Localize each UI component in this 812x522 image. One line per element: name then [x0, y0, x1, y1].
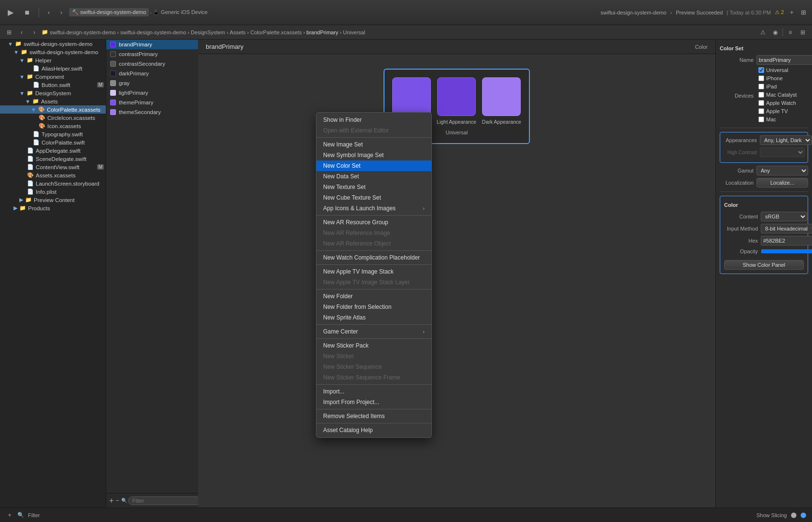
tree-item-colorpalette[interactable]: ▼ 🎨 ColorPalette.xcassets	[0, 105, 106, 114]
menu-remove-selected[interactable]: Remove Selected Items	[316, 411, 431, 421]
menu-game-center[interactable]: Game Center ›	[316, 326, 431, 337]
add-asset-button[interactable]: +	[109, 495, 114, 506]
menu-sep-1	[316, 137, 431, 138]
tree-item-root[interactable]: ▼ 📁 swiftui-design-system-demo	[0, 40, 106, 48]
stop-button[interactable]: ■	[20, 6, 34, 19]
add-tab-button[interactable]: +	[787, 8, 797, 17]
asset-themeprimary[interactable]: themePrimary	[106, 98, 198, 107]
menu-new-sticker-pack[interactable]: New Sticker Pack	[316, 340, 431, 351]
asset-lightprimary[interactable]: lightPrimary	[106, 88, 198, 98]
menu-new-folder-from-selection[interactable]: New Folder from Selection	[316, 302, 431, 312]
cb-ipad-label: iPad	[766, 84, 777, 89]
tree-item-launchscreen[interactable]: 📄 LaunchScreen.storyboard	[0, 179, 106, 188]
tree-item-products[interactable]: ▶ 📁 Products	[0, 204, 106, 212]
menu-new-image-set[interactable]: New Image Set	[316, 139, 431, 150]
menu-new-data-set[interactable]: New Data Set	[316, 171, 431, 182]
menu-asset-catalog-help[interactable]: Asset Catalog Help	[316, 425, 431, 435]
opacity-label: Opacity	[724, 248, 758, 254]
back-button[interactable]: ‹	[44, 8, 54, 17]
asset-contrastprimary[interactable]: contrastPrimary	[106, 49, 198, 59]
tree-item-helper[interactable]: ▼ 📁 Helper	[0, 56, 106, 64]
cb-iphone-input[interactable]	[758, 75, 764, 81]
menu-new-sprite-atlas[interactable]: New Sprite Atlas	[316, 312, 431, 323]
menu-import-from-project[interactable]: Import From Project...	[316, 397, 431, 407]
cb-maccatalyst-input[interactable]	[758, 92, 764, 98]
asset-themesecondary[interactable]: themeSecondary	[106, 107, 198, 117]
devices-checkboxes: Universal iPhone iPad Mac Catalyst	[756, 67, 797, 124]
warning-btn[interactable]: ⚠	[757, 27, 768, 38]
dark-appearance-swatch[interactable]: Dark Appearance	[482, 77, 521, 125]
tree-item-assets-folder[interactable]: ▼ 📁 Assets	[0, 97, 106, 105]
tree-item-previewcontent[interactable]: ▶ 📁 Preview Content	[0, 196, 106, 204]
content-select[interactable]: sRGB Display P3 Generic RGB	[761, 212, 807, 221]
show-color-panel-button[interactable]: Show Color Panel	[724, 260, 804, 270]
file-icon-btn[interactable]: ⊞	[4, 27, 14, 38]
cb-ipad-input[interactable]	[758, 84, 764, 89]
tree-item-component[interactable]: ▼ 📁 Component	[0, 72, 106, 81]
menu-app-icons[interactable]: App Icons & Launch Images ›	[316, 203, 431, 214]
tree-item-alias[interactable]: 📄 AliasHelper.swift	[0, 64, 106, 72]
asset-darkprimary[interactable]: darkPrimary	[106, 69, 198, 78]
localize-button[interactable]: Localize...	[756, 178, 808, 188]
layout-button[interactable]: ⊞	[798, 8, 808, 17]
nav-forward[interactable]: ›	[29, 27, 40, 38]
gamut-row: Gamut Any sRGB P3	[720, 166, 808, 175]
selected-asset[interactable]: brandPrimary	[106, 40, 198, 49]
tree-item-designsystem[interactable]: ▼ 📁 DesignSystem	[0, 89, 106, 97]
cb-appletv-input[interactable]	[758, 108, 764, 114]
menu-new-watch-complication[interactable]: New Watch Complication Placeholder	[316, 252, 431, 263]
tree-item-assets[interactable]: 🎨 Assets.xcassets	[0, 171, 106, 179]
status-add-btn[interactable]: +	[6, 511, 14, 519]
tree-item-appdelegate[interactable]: 📄 AppDelegate.swift	[0, 146, 106, 155]
tree-item-project[interactable]: ▼ 📁 swiftui-design-system-demo	[0, 48, 106, 56]
tree-item-contentview[interactable]: 📄 ContentView.swift M	[0, 163, 106, 171]
menu-new-ar-resource-group[interactable]: New AR Resource Group	[316, 217, 431, 228]
asset-gray[interactable]: gray	[106, 78, 198, 88]
grid-btn[interactable]: ⊞	[798, 27, 808, 38]
tree-item-infoplist[interactable]: 📄 Info.plist	[0, 188, 106, 196]
highcontrast-row: High Contrast	[723, 147, 805, 157]
menu-new-folder[interactable]: New Folder	[316, 291, 431, 302]
forward-button[interactable]: ›	[57, 8, 66, 17]
gamut-select[interactable]: Any sRGB P3	[756, 166, 808, 175]
tree-item-scenedelegate[interactable]: 📄 SceneDelegate.swift	[0, 155, 106, 163]
menu-new-color-set[interactable]: New Color Set	[316, 160, 431, 171]
light-appearance-swatch[interactable]: Light Appearance	[437, 77, 476, 125]
tree-item-circleicon[interactable]: 🎨 CircleIcon.xcassets	[0, 114, 106, 122]
cb-universal-input[interactable]	[758, 67, 764, 73]
menu-show-finder[interactable]: Show in Finder	[316, 115, 431, 125]
menu-sep-10	[316, 423, 431, 423]
opacity-slider[interactable]	[761, 248, 812, 255]
color-swatches-area: Any Appearance Light Appearance Dark App…	[198, 54, 715, 159]
menu-new-appletv-image-stack[interactable]: New Apple TV Image Stack	[316, 266, 431, 277]
menu-import[interactable]: Import...	[316, 386, 431, 397]
tree-item-colorpalatte[interactable]: 📄 ColorPalatte.swift	[0, 138, 106, 146]
remove-asset-button[interactable]: −	[115, 495, 119, 506]
hex-input[interactable]	[761, 236, 812, 246]
asset-contrastsecondary[interactable]: contrastSecondary	[106, 59, 198, 69]
inspector-btn[interactable]: ≡	[785, 27, 796, 38]
nav-back[interactable]: ‹	[16, 27, 27, 38]
cb-iphone-label: iPhone	[766, 75, 783, 81]
menu-new-cube-texture-set[interactable]: New Cube Texture Set	[316, 192, 431, 203]
appearances-select[interactable]: Any, Light, Dark None Any, Dark	[760, 135, 812, 145]
color-label: Color	[695, 44, 708, 50]
tree-item-icon[interactable]: 🎨 Icon.xcassets	[0, 122, 106, 130]
tree-item-button[interactable]: 📄 Button.swift M	[0, 81, 106, 89]
run-button[interactable]: ▶	[4, 6, 17, 19]
error-btn[interactable]: ◉	[770, 27, 781, 38]
status-filter: Filter	[28, 512, 40, 518]
cb-universal-label: Universal	[766, 67, 788, 73]
tree-item-typography[interactable]: 📄 Typography.swift	[0, 130, 106, 138]
appearances-label: Appearances	[723, 137, 757, 143]
name-input[interactable]	[756, 55, 812, 65]
filter-input[interactable]	[128, 496, 203, 505]
show-slicing-label: Show Slicing	[756, 512, 787, 518]
cb-maccatalyst-label: Mac Catalyst	[766, 92, 797, 98]
highcontrast-select[interactable]	[760, 147, 805, 157]
menu-new-symbol-image-set[interactable]: New Symbol Image Set	[316, 150, 431, 160]
cb-applewatch-input[interactable]	[758, 100, 764, 106]
menu-new-texture-set[interactable]: New Texture Set	[316, 182, 431, 192]
cb-mac-input[interactable]	[758, 116, 764, 122]
input-method-select[interactable]: 8-bit Hexadecimal 8-bit Integer Float	[761, 224, 812, 233]
